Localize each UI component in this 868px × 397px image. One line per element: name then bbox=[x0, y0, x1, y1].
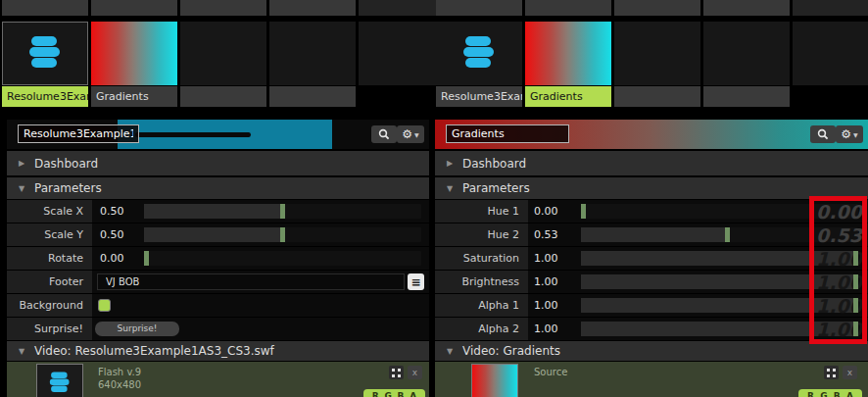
rotate-slider[interactable] bbox=[144, 251, 421, 266]
scale-y-slider[interactable] bbox=[144, 227, 421, 242]
slider-handle[interactable] bbox=[280, 204, 285, 219]
hamburger-icon: ≡ bbox=[410, 275, 420, 289]
channel-r-button[interactable]: R bbox=[372, 391, 379, 397]
search-icon bbox=[378, 128, 390, 140]
slider-handle[interactable] bbox=[853, 251, 858, 266]
param-label: Surprise! bbox=[7, 318, 92, 340]
channel-a-button[interactable]: A bbox=[410, 391, 416, 397]
text-options-button[interactable]: ≡ bbox=[408, 273, 424, 290]
chevron-down-icon: ▼ bbox=[414, 131, 419, 138]
video-info: Source bbox=[534, 366, 567, 378]
clip-banner-gradient: ⚙▼ bbox=[435, 120, 868, 149]
clip-banner-artwork bbox=[118, 120, 332, 149]
expand-button[interactable] bbox=[389, 366, 404, 379]
slider-handle[interactable] bbox=[853, 274, 858, 289]
param-row-alpha-2: Alpha 2 1.00 1.00 bbox=[435, 318, 868, 340]
section-video[interactable]: ▼ Video: Resolume3Example1AS3_CS3.swf bbox=[7, 341, 429, 361]
param-label: Background bbox=[7, 294, 92, 317]
clip-properties-panel-left: ⚙▼ ▶ Dashboard ▼ Parameters Scale X 0.50… bbox=[7, 0, 429, 397]
video-source-row: Source x R G B A bbox=[435, 362, 868, 397]
search-button[interactable] bbox=[810, 125, 836, 143]
section-parameters[interactable]: ▼ Parameters bbox=[7, 177, 429, 199]
video-resolution: 640x480 bbox=[98, 378, 141, 391]
param-value: 1.00 bbox=[534, 247, 558, 270]
section-label: Parameters bbox=[34, 181, 102, 195]
settings-button[interactable]: ⚙▼ bbox=[397, 125, 424, 143]
param-value: 1.00 bbox=[534, 294, 558, 317]
param-row-scale-x: Scale X 0.50 bbox=[7, 200, 429, 223]
slider-handle[interactable] bbox=[853, 298, 858, 313]
section-parameters[interactable]: ▼ Parameters bbox=[435, 177, 868, 199]
channel-b-button[interactable]: B bbox=[834, 391, 841, 397]
param-row-footer: Footer ≡ bbox=[7, 271, 429, 293]
footer-text-input[interactable] bbox=[97, 273, 405, 290]
clip-properties-panel-right: ⚙▼ ▶ Dashboard ▼ Parameters Hue 1 0.00 0… bbox=[435, 0, 868, 397]
surprise-button[interactable]: Surprise! bbox=[95, 322, 179, 336]
param-row-alpha-1: Alpha 1 1.00 1.00 bbox=[435, 294, 868, 317]
param-value: 1.00 bbox=[534, 318, 558, 340]
channel-toggle-pill: R G B A bbox=[798, 389, 862, 397]
slider-fill bbox=[144, 204, 283, 219]
channel-b-button[interactable]: B bbox=[398, 391, 405, 397]
video-preview-thumbnail bbox=[471, 364, 518, 397]
video-preview-thumbnail bbox=[36, 364, 83, 397]
section-video[interactable]: ▼ Video: Gradients bbox=[435, 341, 868, 361]
param-label: Alpha 2 bbox=[435, 318, 528, 340]
expand-button[interactable] bbox=[824, 366, 839, 379]
expanded-triangle-icon: ▼ bbox=[445, 184, 455, 193]
scale-x-slider[interactable] bbox=[144, 204, 421, 219]
param-label: Hue 1 bbox=[435, 200, 528, 223]
gradient-preview bbox=[472, 365, 517, 397]
slider-handle[interactable] bbox=[725, 227, 730, 242]
section-label: Dashboard bbox=[462, 157, 526, 171]
video-info: Flash v.9 640x480 bbox=[98, 366, 141, 391]
param-value: 0.00 bbox=[100, 247, 124, 270]
expanded-triangle-icon: ▼ bbox=[445, 347, 455, 356]
resolume-flash-logo-icon bbox=[45, 370, 74, 397]
ghost-value-overlay: 0.00 bbox=[809, 200, 862, 223]
param-value: 0.50 bbox=[100, 223, 124, 246]
ghost-value-overlay: 0.53 bbox=[809, 223, 862, 246]
slider-handle[interactable] bbox=[853, 322, 858, 336]
section-label: Video: Resolume3Example1AS3_CS3.swf bbox=[34, 344, 274, 358]
background-checkbox[interactable] bbox=[98, 299, 111, 312]
close-button[interactable]: x bbox=[408, 366, 422, 379]
slider-fill bbox=[144, 227, 283, 242]
channel-g-button[interactable]: G bbox=[384, 391, 391, 397]
param-row-hue-1: Hue 1 0.00 0.00 bbox=[435, 200, 868, 223]
section-label: Parameters bbox=[462, 181, 530, 195]
slider-handle[interactable] bbox=[280, 227, 285, 242]
param-row-surprise: Surprise! Surprise! bbox=[7, 318, 429, 340]
expanded-triangle-icon: ▼ bbox=[17, 347, 26, 356]
search-icon bbox=[817, 128, 829, 140]
banner-artwork-slit bbox=[135, 132, 251, 137]
clip-name-input[interactable] bbox=[18, 124, 139, 143]
clip-banner: ⚙▼ bbox=[7, 120, 429, 149]
chevron-down-icon: ▼ bbox=[853, 131, 858, 138]
video-source-row: Flash v.9 640x480 x R G B A bbox=[7, 362, 429, 397]
settings-button[interactable]: ⚙▼ bbox=[836, 125, 863, 143]
param-label: Footer bbox=[7, 271, 92, 293]
slider-handle[interactable] bbox=[144, 251, 149, 266]
channel-a-button[interactable]: A bbox=[846, 391, 853, 397]
slider-handle[interactable] bbox=[581, 204, 586, 219]
section-dashboard[interactable]: ▶ Dashboard bbox=[7, 151, 429, 175]
section-label: Dashboard bbox=[34, 157, 98, 171]
section-dashboard[interactable]: ▶ Dashboard bbox=[435, 151, 868, 175]
param-value: 0.00 bbox=[534, 200, 558, 223]
close-button[interactable]: x bbox=[843, 366, 857, 379]
search-button[interactable] bbox=[371, 125, 397, 143]
param-row-rotate: Rotate 0.00 bbox=[7, 247, 429, 270]
param-row-saturation: Saturation 1.00 1.00 bbox=[435, 247, 868, 270]
collapsed-triangle-icon: ▶ bbox=[445, 159, 455, 168]
video-format: Flash v.9 bbox=[98, 366, 141, 378]
channel-r-button[interactable]: R bbox=[807, 391, 814, 397]
slider-fill bbox=[581, 227, 728, 242]
channel-toggle-pill: R G B A bbox=[363, 389, 425, 397]
param-label: Hue 2 bbox=[435, 223, 528, 246]
gear-icon: ⚙ bbox=[841, 127, 851, 141]
clip-name-input[interactable] bbox=[446, 124, 569, 143]
channel-g-button[interactable]: G bbox=[820, 391, 827, 397]
param-label: Scale Y bbox=[7, 223, 92, 246]
param-label: Saturation bbox=[435, 247, 528, 270]
